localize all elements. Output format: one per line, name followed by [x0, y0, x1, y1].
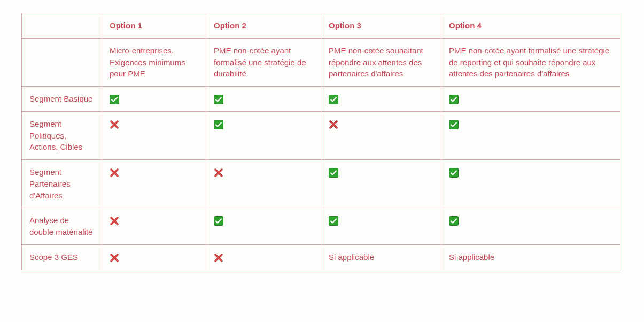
table-row: Segment Politiques, Actions, Cibles — [22, 111, 620, 159]
check-icon — [449, 120, 459, 129]
cross-icon — [329, 120, 338, 129]
row-label: Segment Basique — [22, 87, 102, 112]
check-icon — [449, 216, 459, 226]
cell-option-1 — [102, 208, 206, 245]
check-icon — [214, 120, 223, 129]
header-option-3: Option 3 — [321, 13, 441, 39]
cell-option-2 — [206, 208, 321, 245]
cell-option-3 — [321, 160, 441, 208]
table-row: Scope 3 GESSi applicableSi applicable — [22, 244, 620, 270]
cross-icon — [110, 168, 119, 178]
cross-icon — [214, 168, 223, 178]
check-icon — [449, 95, 459, 104]
header-empty — [22, 13, 102, 39]
description-option-3: PME non-cotée souhaitant répondre aux at… — [321, 38, 441, 86]
cell-option-4 — [441, 160, 620, 208]
description-option-4: PME non-cotée ayant formalisé une straté… — [441, 38, 620, 86]
cell-option-2 — [206, 111, 321, 159]
cell-option-1 — [102, 87, 206, 112]
check-icon — [110, 95, 119, 104]
cell-text: Si applicable — [329, 252, 374, 262]
table-body: Micro-entreprises. Exigences minimums po… — [22, 38, 620, 270]
header-option-1: Option 1 — [102, 13, 206, 39]
description-option-1: Micro-entreprises. Exigences minimums po… — [102, 38, 206, 86]
cell-option-3 — [321, 208, 441, 245]
cross-icon — [110, 253, 119, 263]
cell-option-3 — [321, 87, 441, 112]
cell-option-4 — [441, 208, 620, 245]
table-row: Analyse de double matérialité — [22, 208, 620, 245]
table-row: Segment Basique — [22, 87, 620, 112]
cross-icon — [110, 216, 119, 226]
cell-option-2 — [206, 87, 321, 112]
check-icon — [449, 168, 459, 178]
row-label: Scope 3 GES — [22, 244, 102, 270]
description-empty — [22, 38, 102, 86]
check-icon — [214, 95, 223, 104]
options-comparison-table: Option 1 Option 2 Option 3 Option 4 Micr… — [21, 13, 620, 270]
row-label: Analyse de double matérialité — [22, 208, 102, 245]
cross-icon — [110, 120, 119, 129]
cross-icon — [214, 253, 223, 263]
description-row: Micro-entreprises. Exigences minimums po… — [22, 38, 620, 86]
cell-option-4 — [441, 87, 620, 112]
header-row: Option 1 Option 2 Option 3 Option 4 — [22, 13, 620, 39]
cell-text: Si applicable — [449, 252, 494, 262]
cell-option-4: Si applicable — [441, 244, 620, 270]
cell-option-3: Si applicable — [321, 244, 441, 270]
description-option-2: PME non-cotée ayant formalisé une straté… — [206, 38, 321, 86]
cell-option-1 — [102, 244, 206, 270]
cell-option-2 — [206, 160, 321, 208]
check-icon — [214, 216, 223, 226]
check-icon — [329, 216, 338, 226]
cell-option-2 — [206, 244, 321, 270]
cell-option-1 — [102, 160, 206, 208]
cell-option-3 — [321, 111, 441, 159]
check-icon — [329, 168, 338, 178]
check-icon — [329, 95, 338, 104]
cell-option-4 — [441, 111, 620, 159]
row-label: Segment Partenaires d'Affaires — [22, 160, 102, 208]
header-option-4: Option 4 — [441, 13, 620, 39]
row-label: Segment Politiques, Actions, Cibles — [22, 111, 102, 159]
cell-option-1 — [102, 111, 206, 159]
table-row: Segment Partenaires d'Affaires — [22, 160, 620, 208]
header-option-2: Option 2 — [206, 13, 321, 39]
